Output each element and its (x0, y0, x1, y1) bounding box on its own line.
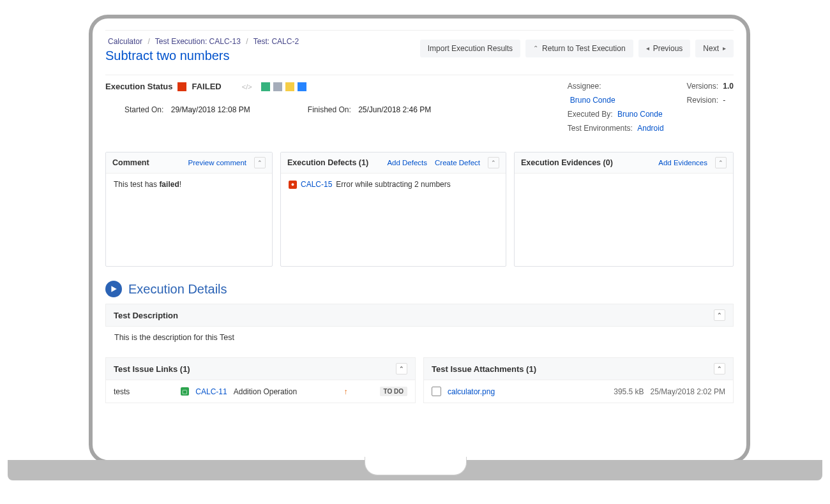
attachments-section: Test Issue Attachments (1) ⌃ calculator.… (423, 357, 734, 403)
issue-links-title: Test Issue Links (1) (114, 364, 190, 374)
finished-on: Finished On: 25/Jun/2018 2:46 PM (308, 105, 431, 114)
started-value: 29/May/2018 12:08 PM (171, 105, 250, 114)
next-button[interactable]: Next ▸ (695, 40, 734, 57)
attachment-left: calculator.png (432, 387, 607, 396)
issue-key-link[interactable]: CALC-11 (195, 387, 227, 396)
execution-details-title: Execution Details (128, 282, 227, 297)
revision-label: Revision: (687, 96, 718, 105)
story-icon: ▢ (181, 387, 189, 396)
todo-color-icon[interactable] (273, 82, 282, 91)
executed-row: Executed By: Bruno Conde (568, 110, 664, 119)
breadcrumb-project[interactable]: Calculator (108, 37, 142, 46)
status-label: Execution Status (105, 82, 172, 91)
date-row: Started On: 29/May/2018 12:08 PM Finishe… (124, 105, 568, 114)
attachment-name-link[interactable]: calculator.png (448, 387, 495, 396)
comment-body[interactable]: This test has failed! (106, 174, 272, 195)
header-left: Calculator / Test Execution: CALC-13 / T… (105, 37, 299, 63)
page-header: Calculator / Test Execution: CALC-13 / T… (105, 36, 734, 63)
breadcrumb-execution[interactable]: Test Execution: CALC-13 (155, 37, 241, 46)
test-description-body: This is the description for this Test (105, 327, 734, 352)
collapse-button[interactable]: ⌃ (714, 363, 725, 374)
attachment-size: 395.5 kB (614, 387, 644, 396)
execution-status: Execution Status FAILED </> (105, 82, 568, 91)
revision-value: - (723, 96, 725, 105)
chevron-left-icon: ◂ (646, 45, 649, 52)
started-label: Started On: (124, 105, 163, 114)
app-screen: Calculator / Test Execution: CALC-13 / T… (105, 27, 734, 460)
previous-label: Previous (653, 44, 683, 53)
return-to-execution-button[interactable]: ⌃ Return to Test Execution (525, 40, 633, 57)
laptop-frame: Calculator / Test Execution: CALC-13 / T… (89, 15, 750, 464)
chevron-up-icon: ⌃ (533, 45, 538, 52)
add-defects-link[interactable]: Add Defects (387, 159, 427, 167)
versions-row: Versions: 1.0 (687, 82, 734, 91)
status-left: Execution Status FAILED </> Started On: … (105, 82, 568, 138)
details-two-col: Test Issue Links (1) ⌃ tests ▢ CALC-11 A… (105, 357, 734, 403)
aborted-color-icon[interactable] (298, 82, 306, 91)
divider (105, 75, 734, 75)
issue-summary: Addition Operation (234, 387, 297, 396)
status-palette (261, 82, 306, 91)
previous-button[interactable]: ◂ Previous (638, 40, 691, 57)
import-results-button[interactable]: Import Execution Results (420, 40, 520, 57)
laptop-notch (365, 457, 467, 475)
breadcrumb-test[interactable]: Test: CALC-2 (253, 37, 299, 46)
meta-versions: Versions: 1.0 Revision: - (687, 82, 734, 138)
comment-panel-head: Comment Preview comment ⌃ (106, 152, 272, 174)
comment-text-suffix: ! (179, 180, 181, 189)
defect-summary: Error while subtracting 2 numbers (336, 180, 450, 189)
executed-link[interactable]: Bruno Conde (617, 110, 663, 119)
bug-icon: ● (289, 181, 297, 189)
collapse-button[interactable]: ⌃ (715, 157, 727, 168)
started-on: Started On: 29/May/2018 12:08 PM (124, 105, 250, 114)
executing-color-icon[interactable] (285, 82, 294, 91)
header-actions: Import Execution Results ⌃ Return to Tes… (420, 40, 734, 57)
revision-row: Revision: - (687, 96, 734, 105)
status-lozenge: TO DO (380, 387, 407, 396)
return-label: Return to Test Execution (542, 44, 626, 53)
execution-details-header: Execution Details (105, 281, 734, 297)
create-defect-link[interactable]: Create Defect (435, 159, 480, 167)
issue-links-band[interactable]: Test Issue Links (1) ⌃ (106, 358, 415, 380)
comment-panel: Comment Preview comment ⌃ This test has … (105, 152, 273, 267)
status-row: Execution Status FAILED </> Started On: … (105, 82, 734, 138)
attachment-row[interactable]: calculator.png 395.5 kB 25/May/2018 2:02… (424, 380, 733, 403)
defect-key-link[interactable]: CALC-15 (301, 180, 332, 189)
status-value: FAILED (192, 82, 221, 91)
assignee-label: Assignee: (568, 82, 601, 91)
evidences-panel-head: Execution Evidences (0) Add Evidences ⌃ (515, 152, 733, 174)
chevron-right-icon: ▸ (723, 45, 726, 52)
finished-value: 25/Jun/2018 2:46 PM (358, 105, 431, 114)
issue-link-left: tests ▢ CALC-11 Addition Operation (114, 387, 338, 396)
play-circle-icon (105, 281, 122, 297)
comment-text-strong: failed (159, 180, 179, 189)
add-evidences-link[interactable]: Add Evidences (658, 159, 707, 167)
divider (105, 30, 734, 31)
status-right: Assignee: Bruno Conde Executed By: Bruno… (568, 82, 734, 138)
issue-link-row[interactable]: tests ▢ CALC-11 Addition Operation ↑ TO … (106, 380, 415, 403)
breadcrumb: Calculator / Test Execution: CALC-13 / T… (108, 37, 299, 46)
collapse-button[interactable]: ⌃ (396, 363, 407, 374)
next-label: Next (703, 44, 719, 53)
defects-panel-head: Execution Defects (1) Add Defects Create… (281, 152, 506, 174)
defects-title: Execution Defects (1) (287, 158, 368, 167)
test-description-band[interactable]: Test Description ⌃ (105, 304, 734, 327)
comment-title: Comment (112, 158, 149, 167)
collapse-button[interactable]: ⌃ (488, 157, 499, 168)
defects-panel: Execution Defects (1) Add Defects Create… (280, 152, 506, 267)
svg-marker-0 (111, 286, 116, 292)
collapse-button[interactable]: ⌃ (254, 157, 266, 168)
defect-item[interactable]: ● CALC-15 Error while subtracting 2 numb… (289, 180, 498, 189)
evidences-body (515, 174, 733, 186)
comment-actions: Preview comment ⌃ (188, 157, 266, 168)
pass-color-icon[interactable] (261, 82, 270, 91)
evidences-actions: Add Evidences ⌃ (658, 157, 727, 168)
assignee-value-row: Bruno Conde (568, 96, 664, 105)
assignee-link[interactable]: Bruno Conde (570, 96, 615, 105)
collapse-button[interactable]: ⌃ (714, 309, 725, 321)
finished-label: Finished On: (308, 105, 351, 114)
env-link[interactable]: Android (637, 124, 663, 133)
attachments-band[interactable]: Test Issue Attachments (1) ⌃ (424, 358, 733, 380)
evidences-title: Execution Evidences (0) (521, 158, 613, 167)
preview-comment-link[interactable]: Preview comment (188, 159, 246, 167)
